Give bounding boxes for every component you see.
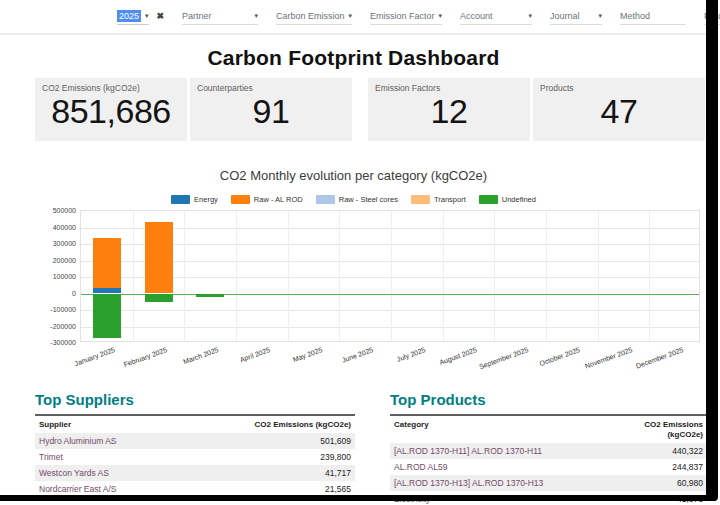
product-link[interactable]: AL.ROD AL59	[390, 459, 615, 475]
top-products-section: Top Products Category CO2 Emissions (kgC…	[390, 391, 707, 505]
gridline	[81, 244, 699, 245]
kpi-label: Products	[533, 78, 705, 93]
zero-baseline	[81, 294, 699, 295]
co2-value: 239,800	[245, 449, 355, 465]
kpi-card-0: CO2 Emissions (kgCO2e)851,686	[35, 78, 187, 141]
filter-journal[interactable]: Journal▾	[550, 7, 602, 25]
legend-swatch	[231, 195, 250, 204]
gridline	[81, 277, 699, 278]
gridline	[81, 327, 699, 328]
x-tick-label: November 2025	[584, 346, 633, 370]
top-suppliers-heading: Top Suppliers	[35, 391, 355, 408]
dashboard-window: 2025 ▾ ✖ Partner▾Carbon Emission F▾Emiss…	[0, 0, 720, 505]
filter-label: Emission Factor Ty	[370, 11, 434, 21]
table-row: Hydro Aluminium AS501,609	[35, 433, 355, 449]
x-tick-label: February 2025	[123, 346, 168, 368]
y-tick-label: 200000	[36, 256, 76, 263]
chevron-down-icon[interactable]: ▾	[599, 12, 603, 20]
y-tick-label: -100000	[36, 306, 76, 313]
gridline	[236, 211, 237, 341]
x-tick-label: June 2025	[341, 346, 374, 364]
table-row: [AL.ROD 1370-H13] AL.ROD 1370-H1360,980	[390, 475, 707, 491]
supplier-link[interactable]: Trimet	[35, 449, 245, 465]
gridline	[81, 228, 699, 229]
x-tick-label: August 2025	[439, 346, 478, 366]
legend-item-transport: Transport	[411, 195, 466, 204]
co2-value: 501,609	[245, 433, 355, 449]
window-edge-bottom	[0, 495, 716, 501]
gridline	[598, 211, 599, 341]
co2-value: 440,322	[615, 443, 707, 459]
kpi-label: CO2 Emissions (kgCO2e)	[35, 78, 187, 93]
window-edge-right	[706, 0, 718, 501]
filter-method[interactable]: Method	[620, 7, 686, 25]
filter-emission-factor-ty[interactable]: Emission Factor Ty▾	[370, 7, 442, 25]
top-suppliers-section: Top Suppliers Supplier CO2 Emissions (kg…	[35, 391, 355, 497]
gridline	[649, 211, 650, 341]
filter-account[interactable]: Account▾	[460, 7, 532, 25]
filter-label: Carbon Emission F	[276, 11, 344, 21]
supplier-link[interactable]: Hydro Aluminium AS	[35, 433, 245, 449]
chevron-down-icon[interactable]: ▾	[145, 12, 149, 20]
filter-label: Journal	[550, 11, 580, 21]
kpi-card-3: Products47	[533, 78, 705, 141]
column-header-co2: CO2 Emissions (kgCO2e)	[615, 415, 707, 443]
legend-label: Energy	[194, 195, 218, 204]
y-tick-label: 0	[36, 289, 76, 296]
co2-value: 41,717	[245, 465, 355, 481]
y-tick-label: 500000	[36, 207, 76, 214]
filter-carbon-emission-f[interactable]: Carbon Emission F▾	[276, 7, 352, 25]
bar-raw-al-rod	[145, 222, 173, 294]
legend-swatch	[411, 195, 430, 204]
y-tick-label: 100000	[36, 273, 76, 280]
filter-bar: 2025 ▾ ✖ Partner▾Carbon Emission F▾Emiss…	[0, 0, 707, 32]
gridline	[546, 211, 547, 341]
co2-value: 60,980	[615, 475, 707, 491]
kpi-value: 47	[533, 93, 705, 129]
chevron-down-icon[interactable]: ▾	[255, 12, 259, 20]
gridline	[81, 261, 699, 262]
legend-item-raw-al-rod: Raw - AL ROD	[231, 195, 303, 204]
kpi-label: Emission Factors	[368, 78, 530, 93]
chevron-down-icon[interactable]: ▾	[529, 12, 533, 20]
kpi-value: 851,686	[35, 93, 187, 129]
chevron-down-icon[interactable]: ▾	[439, 12, 443, 20]
bar-raw-al-rod	[93, 238, 121, 288]
year-filter-value[interactable]: 2025	[117, 10, 141, 22]
column-header-co2: CO2 Emissions (kgCO2e)	[245, 415, 355, 433]
kpi-value: 91	[190, 93, 352, 129]
legend-swatch	[479, 195, 498, 204]
year-filter[interactable]: 2025 ▾	[117, 7, 149, 25]
product-link[interactable]: [AL.ROD 1370-H13] AL.ROD 1370-H13	[390, 475, 615, 491]
table-row: [AL.ROD 1370-H11] AL.ROD 1370-H11440,322	[390, 443, 707, 459]
co2-value: 244,837	[615, 459, 707, 475]
x-tick-label: March 2025	[182, 346, 219, 365]
y-tick-label: -200000	[36, 322, 76, 329]
x-tick-label: May 2025	[292, 346, 323, 363]
x-tick-label: April 2025	[239, 346, 271, 363]
legend-label: Raw - Steel cores	[339, 195, 398, 204]
y-tick-label: 400000	[36, 223, 76, 230]
gridline	[339, 211, 340, 341]
filter-fields: Partner▾Carbon Emission F▾Emission Facto…	[182, 7, 720, 25]
clear-filter-icon[interactable]: ✖	[157, 11, 165, 21]
kpi-label: Counterparties	[190, 78, 352, 93]
gridline	[288, 211, 289, 341]
chart-legend: EnergyRaw - AL RODRaw - Steel coresTrans…	[0, 195, 707, 204]
legend-label: Undefined	[502, 195, 536, 204]
gridline	[133, 211, 134, 341]
legend-label: Transport	[434, 195, 466, 204]
legend-label: Raw - AL ROD	[254, 195, 303, 204]
chart-title: CO2 Monthly evolution per category (kgCO…	[0, 168, 707, 183]
y-tick-label: 300000	[36, 240, 76, 247]
filter-partner[interactable]: Partner▾	[182, 7, 258, 25]
gridline	[81, 310, 699, 311]
supplier-link[interactable]: Westcon Yards AS	[35, 465, 245, 481]
x-tick-label: October 2025	[539, 346, 581, 367]
y-tick-label: -300000	[36, 339, 76, 346]
x-tick-label: January 2025	[74, 346, 116, 367]
chevron-down-icon[interactable]: ▾	[349, 12, 353, 20]
kpi-value: 12	[368, 93, 530, 129]
product-link[interactable]: [AL.ROD 1370-H11] AL.ROD 1370-H11	[390, 443, 615, 459]
top-products-table: Category CO2 Emissions (kgCO2e) [AL.ROD …	[390, 414, 707, 505]
